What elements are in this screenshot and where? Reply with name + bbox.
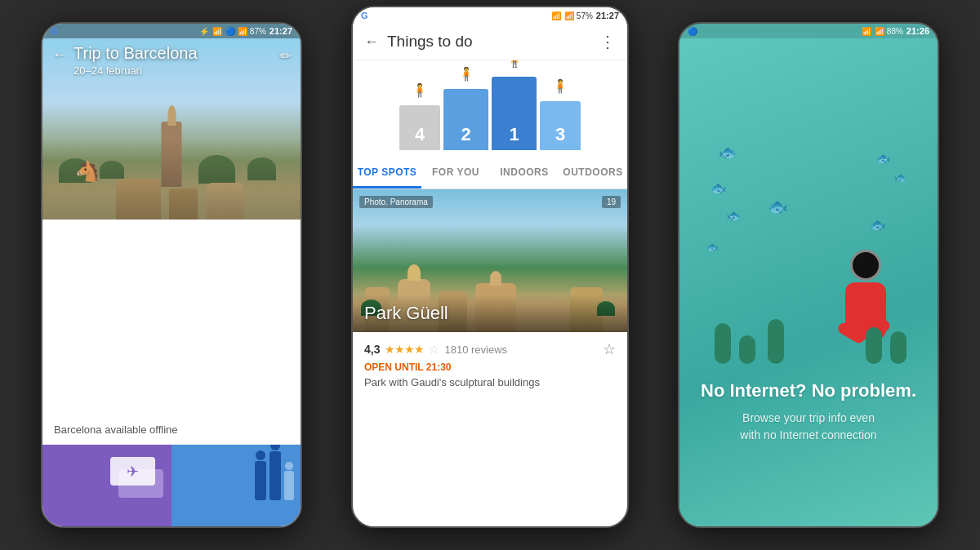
status-icons-left: ⚡ 📶 🔵 📶 87% 21:27 [199, 26, 292, 36]
back-button-left[interactable]: ← [52, 47, 67, 64]
ticket-front [110, 457, 155, 486]
reservations-illustration [106, 453, 163, 502]
battery-text: 🔵 📶 87% [225, 27, 266, 36]
right-time: 21:26 [906, 26, 929, 36]
place-card[interactable]: Photo. Panorama 19 Park Güell 4,3 ★★★★ ☆… [353, 189, 627, 397]
podium-3: 🧍 3 [540, 101, 581, 150]
title-block: Trip to Barcelona 20–24 februari [74, 43, 274, 77]
rating-number: 4,3 [364, 343, 380, 356]
person-4: 🧍 [412, 82, 428, 98]
no-internet-description: Browse your trip info evenwith no Intern… [701, 410, 916, 444]
no-internet-block: No Internet? No problem. Browse your tri… [701, 380, 916, 444]
right-content: 🐟 🐟 🐟 🐟 🐟 🐟 🐟 🐟 [679, 38, 938, 528]
tile-things-to-do[interactable]: Things to do [172, 445, 301, 528]
center-page-title: Things to do [387, 33, 591, 51]
left-phone: 🐴 G ⚡ 📶 🔵 📶 87% 21:27 ← [41, 22, 302, 528]
left-header: ← Trip to Barcelona 20–24 februari ✏ [42, 37, 301, 83]
podium-num-3: 3 [555, 124, 565, 150]
place-image: Photo. Panorama 19 Park Güell [353, 189, 627, 332]
hero-image: 🐴 G ⚡ 📶 🔵 📶 87% 21:27 ← [42, 24, 301, 220]
center-time: 21:27 [596, 11, 619, 20]
rating-row: 4,3 ★★★★ ☆ 1810 reviews ☆ [364, 340, 616, 358]
fish-7: 🐟 [706, 242, 719, 253]
star-half: ☆ [429, 343, 439, 356]
podium-num-2: 2 [461, 124, 470, 150]
ttd-people [255, 451, 294, 500]
stars-full: ★★★★ [385, 343, 424, 356]
right-signal: 📶 [862, 27, 871, 36]
b4-dome [490, 271, 501, 286]
center-header: ← Things to do ⋮ [353, 24, 627, 60]
center-google-icon: G [361, 11, 368, 20]
right-status-bar: 🔵 📶 📶 88% 21:26 [679, 24, 938, 38]
right-status-icons: 📶 📶 88% 21:26 [862, 26, 929, 36]
tile-reservations[interactable]: Reservations [42, 445, 172, 528]
b2-dome [408, 264, 421, 281]
fish-6: 🐟 [870, 217, 886, 233]
fish-5: 🐟 [727, 209, 741, 222]
diver-figure [833, 250, 898, 339]
person-1: 🧍 [506, 60, 523, 69]
right-battery: 📶 88% [875, 27, 903, 36]
reviews-count: 1810 reviews [444, 344, 507, 356]
bookmark-button[interactable]: ☆ [603, 340, 616, 358]
no-internet-title: No Internet? No problem. [701, 380, 916, 401]
trip-dates: 20–24 februari [74, 64, 274, 77]
seaweed-1 [715, 323, 731, 364]
center-status-bar: G 📶 📶 57% 21:27 [353, 7, 627, 24]
podium-2: 🧍 2 [443, 89, 488, 150]
fish-8: 🐟 [768, 197, 788, 216]
podium-1: 🧍 1 [492, 77, 537, 150]
person-2: 🧍 [458, 66, 474, 82]
trip-title: Trip to Barcelona [74, 43, 274, 63]
tab-outdoors[interactable]: OUTDOORS [559, 158, 627, 189]
center-signal: 📶 [551, 11, 561, 20]
fish-3: 🐟 [710, 180, 727, 196]
diver-head [850, 250, 881, 281]
tabs-bar: TOP SPOTS FOR YOU INDOORS OUTDOORS [353, 158, 627, 189]
right-bt-icon: 🔵 [688, 27, 697, 36]
center-battery: 📶 57% [564, 11, 593, 20]
place-name: Park Güell [364, 303, 448, 323]
tab-for-you[interactable]: FOR YOU [421, 158, 490, 189]
center-back-button[interactable]: ← [364, 33, 379, 51]
more-options-button[interactable]: ⋮ [599, 32, 616, 51]
tab-top-spots[interactable]: TOP SPOTS [353, 158, 421, 189]
fish-4: 🐟 [894, 172, 906, 184]
open-status: OPEN UNTIL 21:30 [364, 361, 616, 373]
place-description: Park with Gaudi's sculptural buildings [364, 376, 616, 388]
right-phone: 🔵 📶 📶 88% 21:26 🐟 🐟 🐟 🐟 🐟 🐟 [678, 22, 939, 528]
podium-section: 🧍 4 🧍 2 🧍 1 🧍 [353, 60, 627, 158]
google-icon: G [51, 26, 58, 36]
num-badge: 19 [602, 196, 621, 208]
person-3: 🧍 [552, 78, 568, 94]
photo-label: Photo. Panorama [359, 196, 433, 208]
underwater-scene: 🐟 🐟 🐟 🐟 🐟 🐟 🐟 🐟 [702, 135, 915, 364]
offline-bar: Barcelona available offline [42, 415, 301, 445]
podium-num-1: 1 [509, 124, 519, 150]
center-status-icons: 📶 📶 57% 21:27 [551, 11, 619, 20]
tiles-grid: Reservations [42, 445, 301, 528]
hero-gradient [42, 138, 301, 220]
seaweed-2 [739, 335, 755, 364]
seaweed-5 [866, 327, 882, 364]
fish-2: 🐟 [876, 152, 890, 165]
podium-num-4: 4 [415, 124, 425, 150]
seaweed-4 [890, 331, 906, 364]
place-overlay: Park Güell [353, 295, 627, 332]
wifi-icon: ⚡ [199, 27, 209, 36]
tab-indoors[interactable]: INDOORS [490, 158, 559, 189]
podium: 🧍 4 🧍 2 🧍 1 🧍 [399, 77, 581, 150]
edit-icon[interactable]: ✏ [280, 48, 291, 64]
fish-1: 🐟 [719, 144, 737, 162]
time-left: 21:27 [270, 26, 292, 36]
seaweed-3 [768, 319, 784, 364]
podium-4: 🧍 4 [399, 105, 440, 150]
signal-icon: 📶 [212, 27, 222, 36]
place-info: 4,3 ★★★★ ☆ 1810 reviews ☆ OPEN UNTIL 21:… [353, 332, 627, 397]
center-phone: G 📶 📶 57% 21:27 ← Things to do ⋮ 🧍 [351, 6, 629, 528]
